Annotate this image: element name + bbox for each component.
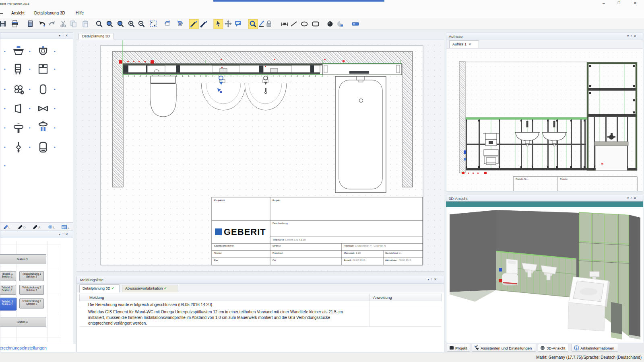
svg-text:Projekt-Nr...: Projekt-Nr... bbox=[214, 199, 227, 202]
svg-text:L: L bbox=[8, 226, 10, 229]
svg-text:L: L bbox=[68, 226, 70, 230]
svg-text:Projekt: Projekt bbox=[560, 178, 568, 180]
svg-text:L: L bbox=[53, 226, 55, 229]
svg-text:Fax: Fax bbox=[214, 259, 219, 261]
svg-text:Projekt: Projekt bbox=[272, 199, 281, 202]
svg-text:Projektort: Projektort bbox=[272, 251, 283, 254]
svg-text:Teilprojekt: Geberit GIS s.g.1: Teilprojekt: Geberit GIS s.g.10 bbox=[272, 238, 306, 241]
svg-text:Sachbearbeiter/in: Sachbearbeiter/in bbox=[214, 244, 234, 247]
svg-text:A: A bbox=[38, 226, 41, 229]
svg-text:Gezeichnet: r.t.: Gezeichnet: r.t. bbox=[385, 251, 402, 254]
svg-text:GEBERIT: GEBERIT bbox=[224, 227, 266, 237]
svg-text:Projekt-Nr...: Projekt-Nr... bbox=[516, 178, 528, 180]
svg-text:Ort: Ort bbox=[272, 259, 276, 261]
svg-text:Strasse: Strasse bbox=[272, 244, 281, 247]
svg-text:Plankopf: Gruppenplan /r - Geo: Plankopf: Gruppenplan /r - GeoPlan N bbox=[344, 244, 386, 247]
svg-text:Massstab: 1:20: Massstab: 1:20 bbox=[344, 251, 361, 254]
svg-text:Telefon: Telefon bbox=[214, 251, 223, 254]
svg-text:Aktualisiert: 08.05.2016: Aktualisiert: 08.05.2016 bbox=[385, 259, 411, 261]
svg-text:Beschreibung: Beschreibung bbox=[272, 222, 288, 224]
svg-text:Erstellt: 08.05.2016: Erstellt: 08.05.2016 bbox=[344, 259, 365, 261]
svg-text:D: D bbox=[23, 226, 26, 229]
